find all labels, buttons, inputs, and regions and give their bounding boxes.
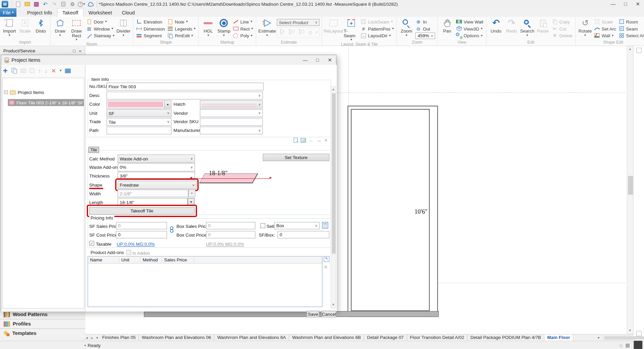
takeoff-tile-button[interactable]: Takeoff Tile	[89, 207, 195, 214]
link-prices-icon[interactable]	[169, 226, 174, 235]
sheet-tab[interactable]: Detail Package 07	[364, 335, 407, 341]
panel-expand-icon[interactable]	[636, 48, 642, 53]
tab-takeoff[interactable]: Takeoff	[57, 8, 84, 17]
templates-item[interactable]: Templates	[0, 329, 85, 338]
sheet-next-icon[interactable]: ▸	[598, 336, 600, 340]
tab-worksheet[interactable]: Worksheet	[84, 9, 117, 17]
vertical-scrollbar-thumb[interactable]	[628, 176, 633, 195]
form-scrollbar-thumb[interactable]	[332, 93, 335, 254]
minimize-button[interactable]: —	[607, 0, 619, 8]
hgl-button[interactable]: HGL▾	[201, 18, 216, 37]
sf-cost-price-input[interactable]	[116, 231, 167, 238]
pan-button[interactable]: Pan	[440, 18, 455, 34]
form-scrollbar[interactable]: ▲ ▼	[331, 86, 336, 308]
scroll-down-icon[interactable]: ▼	[629, 328, 632, 334]
line-button[interactable]: Line▾	[232, 18, 254, 25]
next-texture-icon[interactable]: →	[317, 137, 322, 143]
maximize-button[interactable]: □	[619, 0, 632, 8]
new-file-icon[interactable]	[14, 1, 22, 7]
poly-button[interactable]: Poly▾	[232, 32, 254, 39]
collapse-panel-icon[interactable]: «	[79, 48, 82, 53]
sell-by-dropdown[interactable]: Box∨	[274, 222, 320, 229]
col-sales-price[interactable]: Sales Price	[162, 257, 194, 262]
hatch-dropdown[interactable]: ∨	[200, 100, 263, 108]
sf-per-box-input[interactable]	[278, 231, 329, 238]
copy-texture-icon[interactable]: +	[294, 138, 298, 143]
length-dropdown[interactable]: 18-1/8"	[118, 198, 187, 206]
select-all-button[interactable]: Select All▾	[618, 32, 644, 39]
unit-dropdown[interactable]: SF∨	[106, 109, 172, 117]
dimension-button[interactable]: Dimension	[135, 25, 166, 32]
window-button[interactable]: ⊞Window▾	[86, 25, 115, 32]
undo-quick-icon[interactable]: ↶	[42, 1, 49, 7]
sheet-tab[interactable]: Floor Transition Detail A/02	[407, 335, 467, 341]
color-dropdown[interactable]: ▼	[106, 100, 172, 108]
draw-button[interactable]: Draw▾	[53, 18, 67, 37]
sheet-tab[interactable]: Detail Package PODIUM Plan 4/7B	[467, 335, 544, 341]
tree-expander-icon[interactable]: −	[4, 90, 8, 94]
file-menu-button[interactable]: File▾	[0, 8, 16, 17]
color-dropdown-arrow[interactable]: ▼	[164, 101, 171, 108]
scroll-up-icon[interactable]: ▲	[629, 46, 632, 52]
rect-button[interactable]: Rect▾	[232, 25, 254, 32]
set-texture-button[interactable]: Set Texture	[263, 154, 329, 161]
sell-by-checkbox[interactable]	[260, 223, 265, 228]
cancel-button[interactable]: Cancel	[322, 311, 336, 317]
layoutdir-button[interactable]: →LayoutDir▾	[360, 32, 395, 39]
calculator-icon[interactable]	[322, 222, 328, 229]
grid-toggle-icon[interactable]: ▦	[625, 342, 630, 348]
legends-button[interactable]: Legends▾	[167, 25, 196, 32]
zoom-level-dropdown[interactable]: 459%∨	[416, 33, 435, 39]
delete-item-icon[interactable]: ✕	[51, 67, 56, 74]
wall-button[interactable]: Wall▾	[593, 32, 617, 39]
sheet-tab[interactable]: Washrrom Plan and Elevations 6B	[289, 335, 364, 341]
estimate-button[interactable]: Estimate▾	[258, 18, 276, 37]
tseam-button[interactable]: + T-Seam▾	[343, 18, 359, 42]
shape-dropdown[interactable]: Freedraw∨	[118, 181, 196, 189]
segment-button[interactable]: Segment	[135, 32, 166, 39]
add-item-icon[interactable]: +	[3, 66, 8, 74]
col-unit[interactable]: Unit	[119, 257, 141, 262]
length-dropdown-arrow[interactable]: ▼	[188, 198, 195, 206]
stairway-button[interactable]: Stairway▾	[86, 32, 115, 39]
project-items-tree[interactable]: − Project Items Floor Tile 003 2-1/8" x …	[2, 78, 84, 308]
col-name[interactable]: Name	[88, 257, 119, 262]
sheet-tab[interactable]: Finishes Plan 05	[99, 335, 139, 341]
note-button[interactable]: Note▾	[167, 18, 196, 25]
undo-button[interactable]: ↶ Undo	[489, 18, 503, 34]
save-button[interactable]: Save	[307, 311, 319, 317]
tree-root-row[interactable]: − Project Items	[3, 89, 84, 96]
database-icon[interactable]	[60, 1, 67, 7]
horizontal-scrollbar[interactable]	[603, 335, 630, 340]
vendor-sku-input[interactable]	[200, 118, 263, 126]
edit-addons-grid-icon[interactable]: ✎	[324, 256, 329, 262]
zoom-button[interactable]: Zoom▾	[399, 18, 414, 37]
import-button[interactable]: ↓⌐ Import▾	[2, 18, 17, 37]
tab-cloud[interactable]: Cloud	[117, 9, 140, 17]
help-icon[interactable]: ?▾	[78, 1, 85, 7]
search-button[interactable]: Search▾	[520, 18, 535, 37]
elevation-button[interactable]: Elevation	[135, 18, 166, 25]
sheet-tab-active[interactable]: Main Floor	[544, 335, 573, 341]
zoom-out-button[interactable]: ⊖Out	[415, 25, 435, 32]
addons-table[interactable]: Name Unit Method Sales Price	[88, 256, 322, 307]
sf-sales-price-input[interactable]	[116, 222, 167, 229]
form-scroll-down-icon[interactable]: ▼	[332, 302, 335, 308]
calc-method-dropdown[interactable]: Waste Add-on∨	[118, 155, 195, 163]
no-sku-input[interactable]	[106, 83, 264, 90]
seam-button[interactable]: ✓Seam	[618, 25, 644, 32]
set-arc-button[interactable]: Set Arc	[593, 25, 617, 32]
sheet-add-icon[interactable]: +	[89, 335, 94, 340]
dialog-close-button[interactable]: ✕	[324, 56, 336, 64]
zoom-in-button[interactable]: ⊕In	[415, 18, 435, 25]
manufacturer-dropdown[interactable]: ∨	[200, 127, 263, 134]
rotate-button[interactable]: ↺ Rotate▾	[578, 18, 593, 37]
sheet-tab[interactable]: Washroom Plan and Elevations 06	[139, 335, 215, 341]
room-button[interactable]: Room	[618, 18, 644, 25]
copy-item-icon[interactable]	[11, 68, 17, 73]
delete-dropdown-icon[interactable]: ▾	[60, 69, 61, 72]
texture-image-icon[interactable]	[301, 138, 306, 142]
tree-item-floor-tile[interactable]: Floor Tile 003 2-1/8" x 18-1/8" SF	[8, 99, 84, 106]
rmedit-button[interactable]: RmEdit▾	[167, 32, 196, 39]
vendor-dropdown[interactable]: ∨	[200, 109, 263, 117]
